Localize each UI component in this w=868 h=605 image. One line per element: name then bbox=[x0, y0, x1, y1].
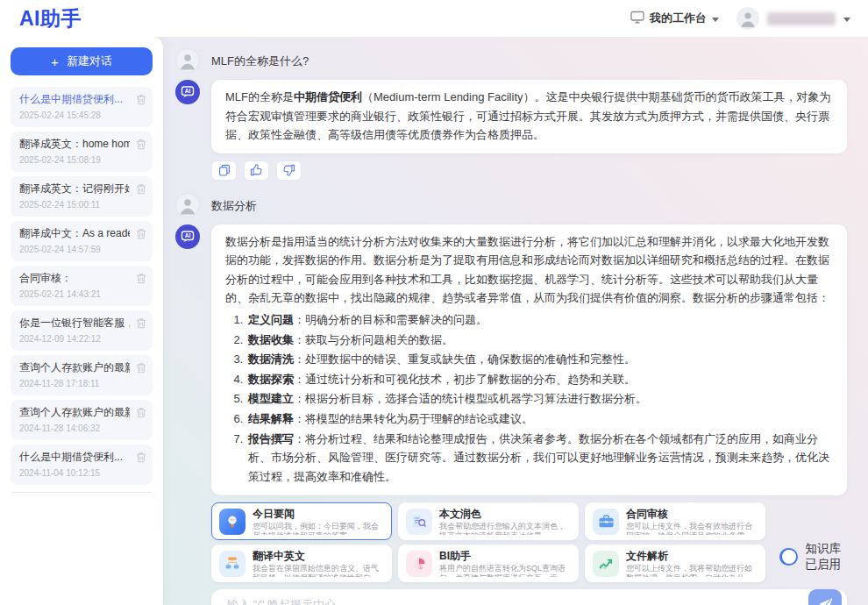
ai-avatar: AI bbox=[175, 224, 200, 249]
conversation-time: 2024-11-28 17:18:11 bbox=[19, 379, 130, 389]
delete-conversation-icon[interactable] bbox=[136, 452, 146, 463]
conversation-time: 2024-12-09 14:22:12 bbox=[19, 334, 130, 345]
chat-area: MLF的全称是什么? AI MLF的全称是中期借贷便利（Medium-term … bbox=[163, 37, 868, 605]
conversation-title: 你是一位银行智能客服，... bbox=[19, 317, 130, 330]
conversation-title: 翻译成英文：home home bbox=[19, 138, 130, 151]
delete-conversation-icon[interactable] bbox=[136, 273, 146, 284]
pie-chart-icon bbox=[406, 551, 432, 577]
ai-text: 数据分析是指用适当的统计分析方法对收集来的大量数据进行分析，将它们加以汇总和理解… bbox=[225, 235, 829, 305]
send-icon bbox=[817, 596, 834, 605]
conversation-time: 2025-02-24 15:08:19 bbox=[19, 155, 130, 166]
ai-text-bold: 中期借贷便利 bbox=[294, 90, 362, 103]
knowledge-base-toggle-group: 知识库已启用 bbox=[779, 541, 847, 573]
delete-conversation-icon[interactable] bbox=[136, 139, 146, 150]
trend-chart-icon bbox=[593, 551, 619, 577]
user-menu[interactable] bbox=[736, 7, 850, 30]
chevron-down-icon bbox=[712, 18, 719, 22]
conversation-list: 什么是中期借贷便利...2025-02-24 15:45:28翻译成英文：hom… bbox=[11, 87, 153, 489]
knowledge-base-label: 知识库已启用 bbox=[806, 541, 847, 573]
bulb-icon bbox=[219, 509, 245, 535]
card-desc: 您可以问我，例如：今日要闻，我会尽力提供准确和可靠的答案。 bbox=[253, 522, 384, 535]
user-message-text: MLF的全称是什么? bbox=[211, 48, 309, 73]
analysis-steps-list: 定义问题：明确分析的目标和需要解决的问题。数据收集：获取与分析问题相关的数据。数… bbox=[246, 310, 833, 486]
analysis-step: 模型建立：根据分析目标，选择合适的统计模型或机器学习算法进行数据分析。 bbox=[246, 389, 833, 409]
delete-conversation-icon[interactable] bbox=[136, 94, 146, 105]
user-avatar bbox=[175, 48, 200, 73]
new-chat-button[interactable]: + 新建对话 bbox=[11, 47, 153, 75]
sidebar: + 新建对话 什么是中期借贷便利...2025-02-24 15:45:28翻译… bbox=[0, 37, 163, 605]
quick-card[interactable]: 本文润色我会帮助您进行您输入的文本润色，提高文本的流畅度和表达效果。 bbox=[398, 502, 579, 540]
conversation-title: 查询个人存款账户的最新... bbox=[19, 361, 130, 374]
conversation-time: 2025-02-24 15:00:11 bbox=[19, 200, 130, 210]
knowledge-base-toggle[interactable] bbox=[779, 548, 798, 566]
delete-conversation-icon[interactable] bbox=[136, 228, 146, 239]
analysis-step: 定义问题：明确分析的目标和需要解决的问题。 bbox=[246, 310, 833, 330]
conversation-title: 什么是中期借贷便利... bbox=[19, 93, 130, 106]
ai-avatar: AI bbox=[175, 80, 200, 104]
quick-card[interactable]: 文件解析您可以上传文件，我将帮助您进行如数据处理、信息检索、自动化办公等。 bbox=[585, 544, 765, 582]
ai-message-bubble: MLF的全称是中期借贷便利（Medium-term Lending Facili… bbox=[211, 80, 847, 153]
ai-message: AI 数据分析是指用适当的统计分析方法对收集来的大量数据进行分析，将它们加以汇总… bbox=[175, 224, 847, 496]
app-logo: AI助手 bbox=[19, 5, 82, 32]
user-name-redacted bbox=[767, 12, 836, 25]
copy-button[interactable] bbox=[211, 160, 237, 181]
conversation-item[interactable]: 查询个人存款账户的最新...2024-11-28 14:06:32 bbox=[11, 400, 153, 440]
user-avatar bbox=[736, 7, 759, 30]
conversation-title: 翻译成英文：记得刚开始... bbox=[19, 182, 130, 196]
conversation-time: 2024-11-04 10:12:15 bbox=[19, 468, 130, 479]
message-actions bbox=[211, 160, 847, 181]
composer bbox=[211, 589, 847, 605]
translate-icon bbox=[219, 551, 245, 577]
quick-card[interactable]: 合同审核您可以上传文件，我会有效地进行合同审核，确保合同满足您的业务需求。 bbox=[585, 502, 765, 540]
thumbs-down-icon bbox=[282, 164, 295, 176]
user-message: MLF的全称是什么? bbox=[175, 48, 847, 73]
monitor-icon bbox=[630, 11, 644, 26]
workspace-menu[interactable]: 我的工作台 bbox=[630, 11, 719, 26]
analysis-step: 数据探索：通过统计分析和可视化技术，初步了解数据的分布、趋势和关联。 bbox=[246, 370, 833, 389]
conversation-title: 合同审核： bbox=[19, 272, 130, 285]
card-title: 本文润色 bbox=[439, 508, 571, 520]
analysis-step: 数据清洗：处理数据中的错误、重复或缺失值，确保数据的准确性和完整性。 bbox=[246, 350, 833, 369]
conversation-item[interactable]: 翻译成英文：记得刚开始...2025-02-24 15:00:11 bbox=[11, 176, 153, 217]
delete-conversation-icon[interactable] bbox=[136, 317, 146, 329]
card-title: 合同审核 bbox=[626, 508, 758, 520]
app-window: AI助手 我的工作台 + 新建对话 什么是中期借贷便利...2025-02-24… bbox=[0, 0, 868, 605]
conversation-title: 什么是中期借贷便利... bbox=[19, 451, 130, 464]
thumbs-up-button[interactable] bbox=[244, 160, 269, 181]
delete-conversation-icon[interactable] bbox=[136, 407, 146, 418]
analysis-step: 数据收集：获取与分析问题相关的数据。 bbox=[246, 331, 833, 350]
conversation-item[interactable]: 什么是中期借贷便利...2025-02-24 15:45:28 bbox=[11, 87, 153, 127]
conversation-item[interactable]: 翻译成英文：home home2025-02-24 15:08:19 bbox=[11, 132, 153, 172]
workspace-label: 我的工作台 bbox=[650, 11, 707, 26]
conversation-time: 2024-11-28 14:06:32 bbox=[19, 424, 130, 434]
polish-icon bbox=[406, 509, 432, 535]
top-bar: AI助手 我的工作台 bbox=[0, 0, 868, 37]
conversation-item[interactable]: 合同审核：2025-02-21 14:43:21 bbox=[11, 266, 153, 306]
message-input[interactable] bbox=[227, 598, 808, 605]
conversation-item[interactable]: 翻译成中文：As a reader...2025-02-24 14:57:59 bbox=[11, 221, 153, 261]
quick-cards-grid: 今日要闻您可以问我，例如：今日要闻，我会尽力提供准确和可靠的答案。本文润色我会帮… bbox=[211, 502, 765, 582]
conversation-item[interactable]: 你是一位银行智能客服，...2024-12-09 14:22:12 bbox=[11, 310, 153, 351]
card-desc: 我会旨在保留原始信息的含义、语气和风格，以确保翻译的准确性和自然流畅。 bbox=[253, 564, 384, 577]
plus-icon: + bbox=[51, 54, 59, 69]
analysis-step: 报告撰写：将分析过程、结果和结论整理成报告，供决策者参考。数据分析在各个领域都有… bbox=[246, 430, 833, 487]
briefcase-icon bbox=[593, 509, 619, 535]
ai-message-bubble: 数据分析是指用适当的统计分析方法对收集来的大量数据进行分析，将它们加以汇总和理解… bbox=[211, 224, 847, 496]
conversation-item[interactable]: 什么是中期借贷便利...2024-11-04 10:12:15 bbox=[11, 445, 153, 485]
delete-conversation-icon[interactable] bbox=[136, 183, 146, 195]
quick-card[interactable]: 今日要闻您可以问我，例如：今日要闻，我会尽力提供准确和可靠的答案。 bbox=[211, 502, 392, 540]
thumbs-down-button[interactable] bbox=[276, 160, 302, 181]
thumbs-up-icon bbox=[250, 164, 263, 176]
sidebar-divider bbox=[12, 492, 151, 493]
conversation-title: 查询个人存款账户的最新... bbox=[19, 406, 130, 419]
conversation-time: 2025-02-24 15:45:28 bbox=[19, 110, 130, 121]
send-button[interactable] bbox=[808, 589, 842, 605]
quick-cards-section: 今日要闻您可以问我，例如：今日要闻，我会尽力提供准确和可靠的答案。本文润色我会帮… bbox=[211, 502, 847, 582]
delete-conversation-icon[interactable] bbox=[136, 362, 146, 374]
toggle-knob bbox=[782, 550, 796, 564]
conversation-time: 2025-02-21 14:43:21 bbox=[19, 289, 130, 300]
quick-card[interactable]: 翻译中英文我会旨在保留原始信息的含义、语气和风格，以确保翻译的准确性和自然流畅。 bbox=[211, 544, 392, 582]
quick-card[interactable]: BI助手将用户的自然语言转化为SQL查询语句，并直接与数据库进行交互，返回智能推… bbox=[398, 544, 579, 582]
card-desc: 您可以上传文件，我将帮助您进行如数据处理、信息检索、自动化办公等。 bbox=[626, 564, 758, 577]
conversation-item[interactable]: 查询个人存款账户的最新...2024-11-28 17:18:11 bbox=[11, 355, 153, 395]
